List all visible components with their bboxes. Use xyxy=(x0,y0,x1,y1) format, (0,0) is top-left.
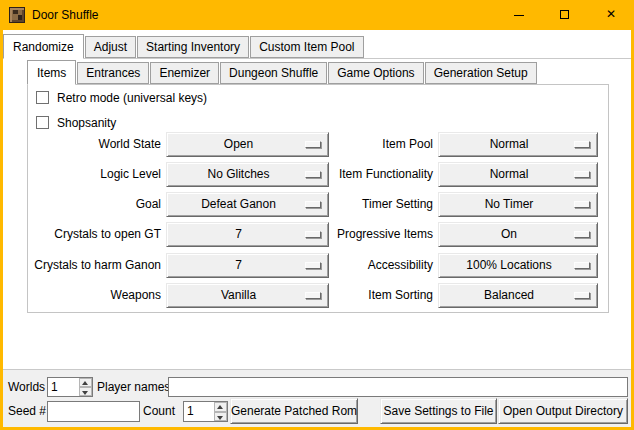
tab-entrances[interactable]: Entrances xyxy=(77,62,149,84)
worlds-label: Worlds xyxy=(8,377,45,397)
retro-mode-label: Retro mode (universal keys) xyxy=(57,91,207,105)
tab-game-options[interactable]: Game Options xyxy=(328,62,423,84)
accessibility-dropdown[interactable]: 100% Locations xyxy=(438,253,598,278)
generate-patched-rom-button[interactable]: Generate Patched Rom xyxy=(230,398,358,424)
main-tab-bar: Randomize Adjust Starting Inventory Cust… xyxy=(3,31,365,58)
count-spin-arrows xyxy=(214,402,227,421)
shopsanity-checkbox[interactable] xyxy=(36,116,49,129)
tab-generation-setup[interactable]: Generation Setup xyxy=(425,62,537,84)
save-settings-button[interactable]: Save Settings to File xyxy=(380,398,497,424)
worlds-value: 1 xyxy=(51,378,58,396)
item-sorting-value: Balanced xyxy=(439,284,579,307)
dropdown-indicator-icon xyxy=(574,292,590,299)
item-sorting-dropdown[interactable]: Balanced xyxy=(438,283,598,308)
item-functionality-label: Item Functionality xyxy=(274,162,433,187)
retro-mode-row: Retro mode (universal keys) xyxy=(36,90,207,105)
weapons-label: Weapons xyxy=(28,283,161,308)
timer-setting-dropdown[interactable]: No Timer xyxy=(438,192,598,217)
retro-mode-checkbox[interactable] xyxy=(36,91,49,104)
progressive-items-label: Progressive Items xyxy=(274,222,433,247)
close-icon: ✕ xyxy=(588,0,634,30)
dropdown-indicator-icon xyxy=(574,201,590,208)
player-names-input[interactable] xyxy=(168,377,628,397)
app-door-icon xyxy=(9,7,25,23)
items-panel: Retro mode (universal keys) Shopsanity W… xyxy=(27,84,609,313)
tab-dungeon-shuffle[interactable]: Dungeon Shuffle xyxy=(220,62,327,84)
dropdown-indicator-icon xyxy=(574,262,590,269)
shopsanity-label: Shopsanity xyxy=(57,116,116,130)
dropdown-indicator-icon xyxy=(574,171,590,178)
minimize-icon xyxy=(514,15,524,16)
maximize-button[interactable] xyxy=(542,0,588,30)
tab-enemizer[interactable]: Enemizer xyxy=(150,62,219,84)
player-names-label: Player names xyxy=(97,377,170,397)
seed-label: Seed # xyxy=(8,401,46,421)
shopsanity-row: Shopsanity xyxy=(36,115,116,130)
crystals-ganon-label: Crystals to harm Ganon xyxy=(28,253,161,278)
world-state-label: World State xyxy=(28,132,161,157)
timer-setting-label: Timer Setting xyxy=(274,192,433,217)
item-pool-label: Item Pool xyxy=(274,132,433,157)
item-sorting-label: Item Sorting xyxy=(274,283,433,308)
progressive-items-value: On xyxy=(439,223,579,246)
accessibility-value: 100% Locations xyxy=(439,254,579,277)
count-value: 1 xyxy=(187,402,194,421)
item-pool-dropdown[interactable]: Normal xyxy=(438,132,598,157)
tab-adjust[interactable]: Adjust xyxy=(85,36,136,58)
tab-randomize[interactable]: Randomize xyxy=(3,34,84,59)
title-bar: Door Shuffle ✕ xyxy=(0,0,634,30)
window-title: Door Shuffle xyxy=(32,0,99,30)
sub-tab-bar: Items Entrances Enemizer Dungeon Shuffle… xyxy=(27,58,538,84)
crystals-gt-label: Crystals to open GT xyxy=(28,222,161,247)
timer-setting-value: No Timer xyxy=(439,193,579,216)
progressive-items-dropdown[interactable]: On xyxy=(438,222,598,247)
seed-input[interactable] xyxy=(47,401,140,422)
spin-up-icon[interactable] xyxy=(214,402,227,412)
goal-label: Goal xyxy=(28,192,161,217)
accessibility-label: Accessibility xyxy=(274,253,433,278)
tab-starting-inventory[interactable]: Starting Inventory xyxy=(137,36,249,58)
count-label: Count xyxy=(143,401,175,421)
client-area: Randomize Adjust Starting Inventory Cust… xyxy=(3,30,631,427)
open-output-directory-button[interactable]: Open Output Directory xyxy=(498,398,628,424)
spin-down-icon[interactable] xyxy=(79,387,92,396)
dropdown-indicator-icon xyxy=(574,141,590,148)
tab-items[interactable]: Items xyxy=(27,60,76,85)
count-spinbox[interactable]: 1 xyxy=(183,401,228,422)
minimize-button[interactable] xyxy=(496,0,542,30)
tab-custom-item-pool[interactable]: Custom Item Pool xyxy=(250,36,363,58)
item-functionality-value: Normal xyxy=(439,163,579,186)
close-button[interactable]: ✕ xyxy=(588,0,634,30)
maximize-icon xyxy=(560,10,569,19)
logic-level-label: Logic Level xyxy=(28,162,161,187)
app-window: Door Shuffle ✕ Randomize Adjust Starting… xyxy=(0,0,634,430)
spin-up-icon[interactable] xyxy=(79,378,92,387)
worlds-spinbox[interactable]: 1 xyxy=(47,377,93,397)
bottom-controls: Worlds 1 Player names Seed # Count 1 xyxy=(3,369,631,427)
item-functionality-dropdown[interactable]: Normal xyxy=(438,162,598,187)
worlds-spin-arrows xyxy=(79,378,92,396)
item-pool-value: Normal xyxy=(439,133,579,156)
dropdown-indicator-icon xyxy=(574,231,590,238)
spin-down-icon[interactable] xyxy=(214,412,227,422)
